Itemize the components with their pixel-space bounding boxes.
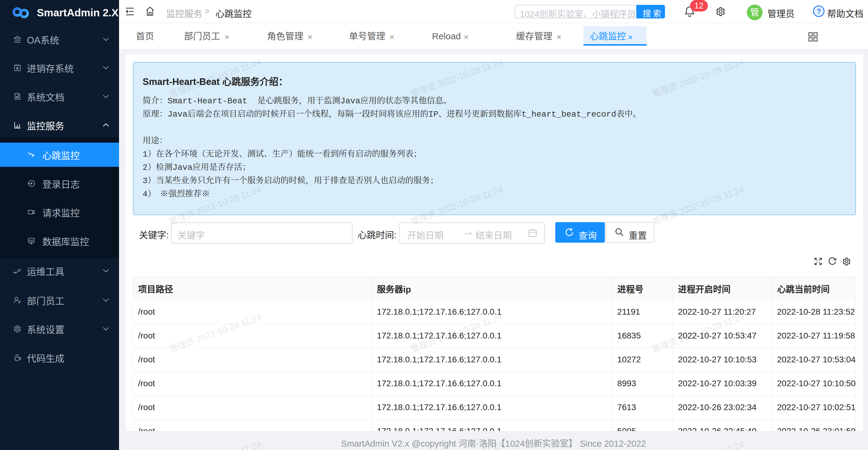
svg-text:SQL: SQL: [29, 239, 34, 242]
